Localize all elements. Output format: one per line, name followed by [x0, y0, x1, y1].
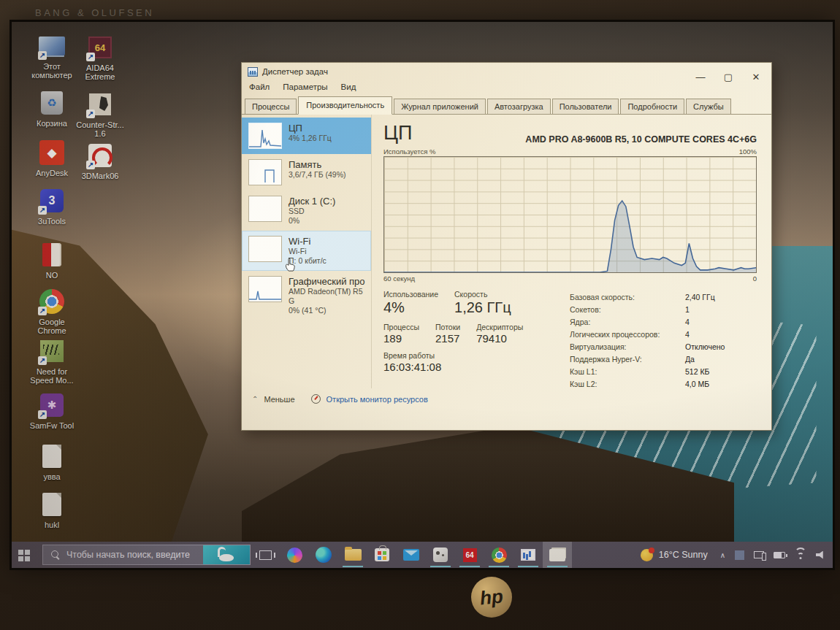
stat-value: 16:03:41:08 [383, 361, 441, 373]
cpu-usage-graph [383, 156, 757, 273]
spec-кэш-l2-: Кэш L2:4,0 МБ [570, 378, 757, 391]
desktop-icon-google-chrome[interactable]: ↗Google Chrome [26, 288, 77, 335]
desktop-icon-label: увва [43, 472, 60, 481]
spec-ядра-: Ядра:4 [570, 316, 757, 329]
close-button[interactable]: ✕ [745, 69, 767, 85]
open-resource-monitor-link[interactable]: Открыть монитор ресурсов [327, 395, 428, 404]
sidebar-item-line: 3,6/7,4 ГБ (49%) [289, 170, 346, 180]
sidebar-item-line: 0% [289, 216, 335, 226]
aida-icon: 64↗ [85, 34, 115, 61]
sidebar-item-text: Память3,6/7,4 ГБ (49%) [289, 159, 346, 180]
shortcut-arrow-icon: ↗ [38, 410, 47, 419]
cpu-static-stats: Базовая скорость:2,40 ГГцСокетов:1Ядра:4… [570, 290, 757, 391]
weather-widget[interactable]: 16°C Sunny [641, 549, 708, 561]
tab-журнал-приложений[interactable]: Журнал приложений [394, 99, 486, 114]
mail-icon [403, 549, 419, 561]
tab-службы[interactable]: Службы [686, 99, 731, 114]
desktop-icon-label: Этот компьютер [26, 62, 77, 80]
stat-label: Дескрипторы [476, 323, 523, 331]
tab-автозагрузка[interactable]: Автозагрузка [487, 99, 551, 114]
desktop-icon-hukl[interactable]: hukl [26, 491, 77, 529]
spec-value: 4,0 МБ [685, 378, 709, 391]
spec-value: Отключено [685, 341, 725, 353]
menu-item-параметры[interactable]: Параметры [283, 82, 327, 91]
desktop-icon-aida64-extreme[interactable]: 64↗AIDA64 Extreme [75, 34, 126, 81]
taskbar-app-task-manager[interactable] [513, 542, 543, 568]
cpu-model-name: AMD PRO A8-9600B R5, 10 COMPUTE CORES 4C… [525, 134, 757, 145]
screen: ↗Этот компьютер♻Корзина◆AnyDesk3↗3uTools… [12, 22, 833, 568]
shortcut-arrow-icon: ↗ [86, 161, 95, 169]
window-controls: — ▢ ✕ [690, 69, 767, 85]
taskbar-app-chrome[interactable] [484, 542, 513, 568]
wifi-icon[interactable] [795, 550, 806, 559]
start-button[interactable] [12, 542, 41, 568]
search-box[interactable]: Чтобы начать поиск, введите [42, 545, 251, 565]
taskbar-app-mail[interactable] [397, 542, 426, 568]
taskbar-app-active-window[interactable] [543, 542, 572, 568]
desktop-icon-anydesk[interactable]: ◆AnyDesk [26, 139, 77, 177]
desktop-icon-label: SamFw Tool [30, 421, 74, 430]
cpu-usage-line [384, 157, 756, 272]
fewer-details-button[interactable]: Меньше [264, 395, 294, 404]
copilot-button[interactable] [280, 542, 309, 568]
desktop-icon-3dmark06[interactable]: ↗3DMark06 [75, 142, 126, 180]
pc-icon: ↗ [37, 32, 66, 60]
sidebar-item-gpu[interactable]: Графический проAMD Radeon(TM) R5 G0% (41… [242, 271, 371, 320]
sidebar-minichart-wifi [248, 236, 282, 262]
tab-подробности[interactable]: Подробности [620, 99, 684, 114]
taskbar-app-file-explorer[interactable] [338, 542, 367, 568]
spec-label: Кэш L1: [570, 366, 685, 378]
tab-производительность[interactable]: Производительность [298, 96, 392, 115]
speaker-icon[interactable] [816, 551, 825, 559]
tray-app-icon[interactable] [735, 550, 744, 560]
spec-виртуализация-: Виртуализация:Отключено [570, 341, 757, 353]
tray-overflow-chevron-icon[interactable]: ∧ [720, 551, 725, 559]
desktop-icon-no[interactable]: NO [26, 241, 77, 280]
menu-item-файл[interactable]: Файл [249, 82, 270, 91]
desktop-icon-label: AIDA64 Extreme [75, 64, 126, 81]
sidebar-item-cpu[interactable]: ЦП4% 1,26 ГГц [242, 118, 371, 154]
display-device-icon[interactable] [754, 551, 764, 558]
desktop-icon-label: Корзина [37, 119, 67, 128]
maximize-button[interactable]: ▢ [717, 69, 739, 85]
shortcut-arrow-icon: ↗ [38, 356, 47, 365]
sidebar-item-mem[interactable]: Память3,6/7,4 ГБ (49%) [242, 154, 371, 191]
taskbar-app-ccleaner[interactable] [426, 542, 455, 568]
battery-icon[interactable] [774, 552, 785, 558]
tab-пользователи[interactable]: Пользователи [552, 99, 619, 114]
desktop-icon-корзина[interactable]: ♻Корзина [26, 89, 77, 128]
desktop-icon-counter-str-1-6[interactable]: ↗Counter-Str... 1.6 [75, 91, 126, 138]
spec-value: Да [685, 353, 695, 366]
windows-logo-icon [18, 550, 23, 555]
graph-usage-label: Используется % [383, 147, 435, 155]
desktop-icon-увва[interactable]: увва [26, 442, 77, 481]
minimize-button[interactable]: — [690, 69, 711, 85]
sidebar-item-disk[interactable]: Диск 1 (C:)SSD0% [242, 191, 371, 231]
taskbar-app-edge[interactable] [309, 542, 338, 568]
task-view-button[interactable] [251, 542, 280, 568]
resource-monitor-icon [311, 394, 321, 404]
stat-label: Потоки [435, 323, 460, 331]
desktop-icon-samfw-tool[interactable]: ✱↗SamFw Tool [26, 391, 77, 430]
sidebar-minichart-gpu [248, 276, 282, 302]
spec-label: Поддержка Hyper-V: [570, 353, 685, 366]
usage-row: Использование4%Скорость1,26 ГГц [383, 290, 570, 316]
spec-value: 512 КБ [685, 366, 709, 378]
edge-icon [316, 547, 332, 563]
sidebar-item-line: SSD [289, 207, 335, 216]
desktop-icon-3utools[interactable]: 3↗3uTools [26, 187, 77, 226]
system-tray: 16°C Sunny ∧ [641, 549, 833, 561]
menu-item-вид[interactable]: Вид [341, 82, 356, 91]
doc-glyph [42, 445, 61, 468]
aida64-icon: 64 [463, 548, 477, 562]
desktop-icon-этот-компьютер[interactable]: ↗Этот компьютер [26, 32, 77, 80]
taskbar-app-aida64[interactable]: 64 [455, 542, 484, 568]
search-daily-image-swan[interactable] [203, 545, 250, 565]
shortcut-arrow-icon: ↗ [38, 206, 47, 215]
tab-процессы[interactable]: Процессы [245, 99, 297, 114]
desktop-icon-need-for-speed-mo-[interactable]: ↗Need for Speed Mo... [26, 337, 77, 385]
taskbar-app-microsoft-store[interactable] [367, 542, 397, 568]
microsoft-store-icon [375, 548, 389, 561]
spec-label: Логических процессоров: [570, 329, 685, 341]
sidebar-item-wifi[interactable]: Wi-FiWi-FiП: 0 кбит/с [242, 231, 371, 271]
